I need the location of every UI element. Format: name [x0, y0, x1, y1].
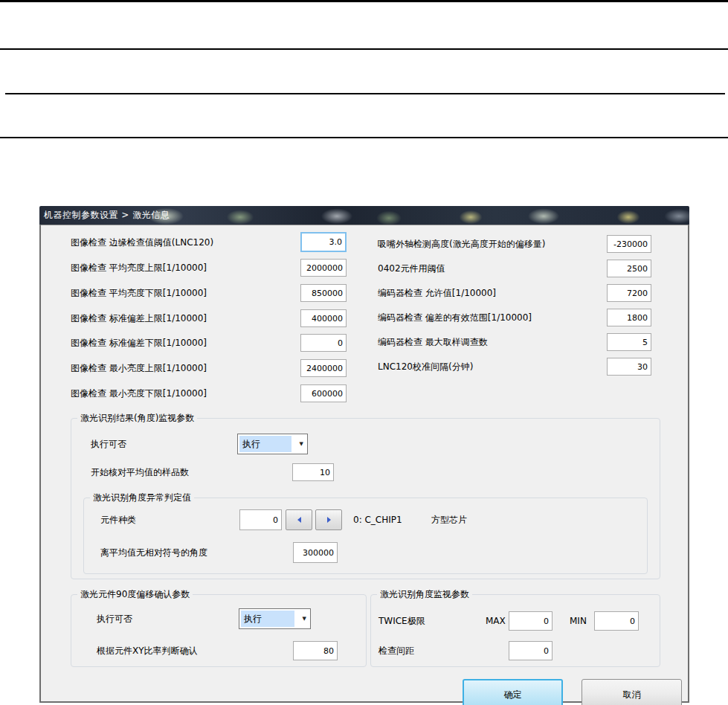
group-angle-judge: 激光识别角度异常判定值 元件种类 0: C_CHIP1 方型芯片 离平均值无相对… — [83, 498, 648, 574]
field-label: 图像检查 最小亮度上限[1/10000] — [71, 359, 207, 377]
group-title: 激光识别角度异常判定值 — [90, 492, 194, 504]
dialog-window: 机器控制参数设置 > 激光信息 图像检查 边缘检查值阈值(LNC120) 图像检… — [39, 206, 689, 703]
divider — [5, 93, 725, 94]
field-input[interactable] — [300, 284, 347, 302]
min-label: MIN — [570, 611, 587, 631]
check-pitch-label: 检查间距 — [379, 641, 414, 660]
field-input[interactable] — [300, 259, 347, 277]
group-title: 激光识别角度监视参数 — [377, 588, 472, 601]
dialog-titlebar: 机器控制参数设置 > 激光信息 — [39, 206, 689, 225]
cancel-button[interactable]: 取消 — [582, 679, 682, 705]
part-type-input[interactable] — [239, 509, 282, 530]
part-type-next-button[interactable] — [315, 509, 342, 530]
field-input[interactable] — [300, 334, 347, 352]
field-label: 编码器检查 允许值[1/10000] — [378, 284, 496, 302]
angle-input[interactable] — [293, 542, 338, 563]
part-type-desc2: 方型芯片 — [431, 509, 467, 530]
chevron-down-icon: ▼ — [300, 441, 303, 447]
group-title: 激光识别结果(角度)监视参数 — [77, 412, 197, 425]
field-input[interactable] — [300, 359, 347, 377]
part-type-desc: 0: C_CHIP1 — [353, 509, 402, 530]
field-input[interactable] — [607, 358, 651, 376]
exec-dropdown[interactable]: 执行 ▼ — [239, 608, 311, 629]
check-pitch-input[interactable] — [509, 641, 553, 660]
field-label: 吸嘴外轴检测高度(激光高度开始的偏移量) — [378, 235, 545, 253]
ratio-label: 根据元件XY比率判断确认 — [97, 641, 198, 660]
field-label: 编码器检查 偏差的有效范围[1/10000] — [378, 309, 532, 326]
ok-button[interactable]: 确定 — [463, 679, 563, 705]
arrow-right-icon — [327, 517, 331, 523]
field-input[interactable] — [607, 284, 651, 302]
sample-count-label: 开始核对平均值的样品数 — [91, 463, 189, 481]
angle-label: 离平均值无相对符号的角度 — [100, 542, 207, 563]
divider — [0, 137, 728, 138]
min-input[interactable] — [594, 611, 639, 631]
arrow-left-icon — [297, 517, 301, 523]
divider — [0, 0, 728, 2]
dialog-body: 图像检查 边缘检查值阈值(LNC120) 图像检查 平均亮度上限[1/10000… — [39, 225, 689, 703]
field-label: LNC120校准间隔(分钟) — [378, 358, 473, 376]
chevron-down-icon: ▼ — [303, 616, 306, 622]
ratio-input[interactable] — [293, 641, 338, 660]
field-input[interactable] — [300, 232, 347, 252]
part-type-prev-button[interactable] — [286, 509, 312, 530]
field-label: 图像检查 标准偏差下限[1/10000] — [71, 334, 207, 352]
part-type-label: 元件种类 — [100, 509, 136, 530]
field-input[interactable] — [300, 309, 347, 327]
max-label: MAX — [486, 611, 506, 631]
exec-label: 执行可否 — [97, 608, 132, 629]
field-label: 图像检查 最小亮度下限[1/10000] — [71, 384, 207, 402]
field-label: 图像检查 平均亮度下限[1/10000] — [71, 284, 207, 302]
group-angle-monitor: 激光识别角度监视参数 TWICE极限 MAX MIN 检查间距 — [370, 594, 660, 667]
divider — [0, 48, 728, 50]
exec-dropdown[interactable]: 执行 ▼ — [237, 434, 308, 454]
field-label: 图像检查 平均亮度上限[1/10000] — [71, 259, 207, 277]
field-label: 图像检查 边缘检查值阈值(LNC120) — [71, 234, 213, 251]
field-input[interactable] — [607, 235, 651, 253]
dialog-title: 机器控制参数设置 > 激光信息 — [44, 209, 170, 222]
field-input[interactable] — [607, 260, 651, 277]
max-input[interactable] — [509, 611, 553, 631]
group-laser-result: 激光识别结果(角度)监视参数 执行可否 执行 ▼ 开始核对平均值的样品数 激光识… — [71, 418, 660, 579]
document-page: 机器控制参数设置 > 激光信息 图像检查 边缘检查值阈值(LNC120) 图像检… — [0, 0, 728, 705]
sample-count-input[interactable] — [292, 463, 334, 481]
field-label: 0402元件用阈值 — [378, 260, 445, 277]
field-input[interactable] — [300, 384, 347, 402]
group-title: 激光元件90度偏移确认参数 — [77, 588, 193, 601]
group-offset90: 激光元件90度偏移确认参数 执行可否 执行 ▼ 根据元件XY比率判断确认 — [71, 594, 367, 667]
exec-dropdown-value: 执行 — [239, 436, 291, 452]
field-input[interactable] — [607, 309, 651, 326]
field-label: 图像检查 标准偏差上限[1/10000] — [71, 309, 207, 327]
twice-limit-label: TWICE极限 — [379, 611, 425, 631]
field-label: 编码器检查 最大取样调查数 — [378, 333, 488, 351]
exec-dropdown-value: 执行 — [241, 611, 294, 627]
exec-label: 执行可否 — [91, 434, 126, 454]
field-input[interactable] — [607, 333, 651, 351]
